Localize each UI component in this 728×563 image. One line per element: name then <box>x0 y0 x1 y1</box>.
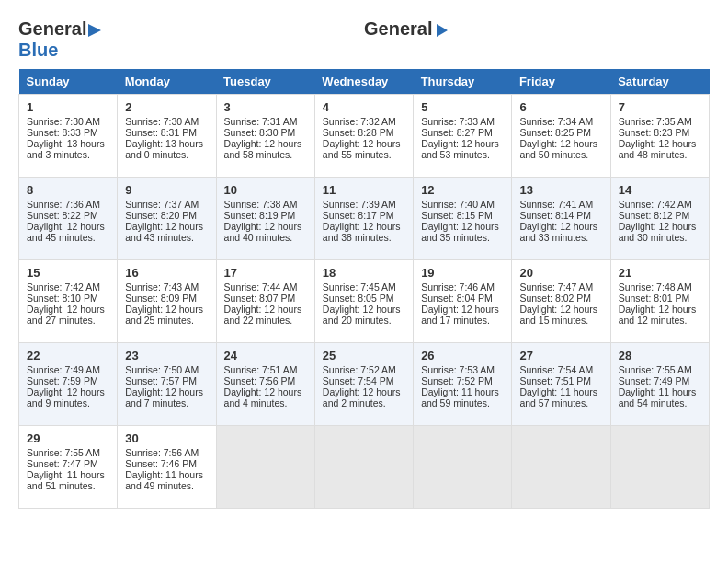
daylight: Daylight: 11 hours and 51 minutes. <box>27 469 105 491</box>
col-thursday: Thursday <box>414 69 512 95</box>
calendar-cell: 19Sunrise: 7:46 AMSunset: 8:04 PMDayligh… <box>414 259 512 342</box>
sunrise: Sunrise: 7:55 AM <box>619 364 692 375</box>
day-number: 4 <box>323 100 405 114</box>
day-number: 30 <box>125 431 208 445</box>
daylight: Daylight: 12 hours and 45 minutes. <box>27 221 105 243</box>
sunrise: Sunrise: 7:34 AM <box>519 116 593 127</box>
calendar-cell: 3Sunrise: 7:31 AMSunset: 8:30 PMDaylight… <box>216 94 314 177</box>
daylight: Daylight: 12 hours and 15 minutes. <box>519 304 597 326</box>
calendar-cell <box>512 425 610 508</box>
day-number: 14 <box>619 183 701 197</box>
sunrise: Sunrise: 7:48 AM <box>619 282 692 293</box>
calendar-row: 29Sunrise: 7:55 AMSunset: 7:47 PMDayligh… <box>19 425 710 508</box>
daylight: Daylight: 12 hours and 4 minutes. <box>224 386 302 408</box>
col-monday: Monday <box>118 69 216 95</box>
sunrise: Sunrise: 7:42 AM <box>619 199 692 210</box>
sunset: Sunset: 7:46 PM <box>125 458 197 469</box>
day-number: 9 <box>125 183 208 197</box>
day-number: 15 <box>27 266 109 280</box>
sunset: Sunset: 7:54 PM <box>323 375 394 386</box>
sunset: Sunset: 8:30 PM <box>224 127 296 138</box>
sunrise: Sunrise: 7:42 AM <box>27 282 100 293</box>
sunrise: Sunrise: 7:33 AM <box>421 116 495 127</box>
sunrise: Sunrise: 7:54 AM <box>519 364 593 375</box>
calendar-cell <box>610 425 709 508</box>
sunset: Sunset: 8:02 PM <box>519 293 591 304</box>
sunset: Sunset: 8:10 PM <box>27 293 98 304</box>
col-sunday: Sunday <box>19 69 118 95</box>
sunset: Sunset: 8:14 PM <box>519 210 591 221</box>
calendar-cell: 17Sunrise: 7:44 AMSunset: 8:07 PMDayligh… <box>216 259 314 342</box>
calendar-cell: 8Sunrise: 7:36 AMSunset: 8:22 PMDaylight… <box>19 177 118 259</box>
sunset: Sunset: 7:59 PM <box>27 375 98 386</box>
sunset: Sunset: 8:28 PM <box>323 127 394 138</box>
daylight: Daylight: 12 hours and 17 minutes. <box>421 304 499 326</box>
day-number: 3 <box>224 100 307 114</box>
sunset: Sunset: 7:57 PM <box>125 375 197 386</box>
daylight: Daylight: 12 hours and 43 minutes. <box>125 221 203 243</box>
daylight: Daylight: 12 hours and 27 minutes. <box>27 304 105 326</box>
day-number: 20 <box>519 266 602 280</box>
sunrise: Sunrise: 7:50 AM <box>125 364 199 375</box>
sunrise: Sunrise: 7:30 AM <box>27 116 100 127</box>
col-wednesday: Wednesday <box>314 69 413 95</box>
calendar-cell: 27Sunrise: 7:54 AMSunset: 7:51 PMDayligh… <box>512 342 610 425</box>
day-number: 21 <box>619 266 701 280</box>
logo-text-block: General <box>364 18 450 39</box>
daylight: Daylight: 11 hours and 54 minutes. <box>619 386 697 408</box>
day-number: 19 <box>421 266 504 280</box>
sunset: Sunset: 8:01 PM <box>619 293 690 304</box>
day-number: 1 <box>27 100 109 114</box>
day-number: 22 <box>27 349 109 362</box>
calendar-cell: 24Sunrise: 7:51 AMSunset: 7:56 PMDayligh… <box>216 342 314 425</box>
sunset: Sunset: 8:22 PM <box>27 210 98 221</box>
sunrise: Sunrise: 7:36 AM <box>27 199 100 210</box>
sunrise: Sunrise: 7:37 AM <box>125 199 199 210</box>
sunset: Sunset: 8:12 PM <box>619 210 690 221</box>
sunrise: Sunrise: 7:32 AM <box>323 116 396 127</box>
sunrise: Sunrise: 7:31 AM <box>224 116 298 127</box>
calendar-cell: 23Sunrise: 7:50 AMSunset: 7:57 PMDayligh… <box>118 342 216 425</box>
day-number: 26 <box>421 349 504 362</box>
calendar-cell: 4Sunrise: 7:32 AMSunset: 8:28 PMDaylight… <box>314 94 413 177</box>
day-number: 7 <box>619 100 701 114</box>
day-number: 2 <box>125 100 208 114</box>
sunset: Sunset: 8:31 PM <box>125 127 197 138</box>
day-number: 13 <box>519 183 602 197</box>
sunrise: Sunrise: 7:38 AM <box>224 199 298 210</box>
daylight: Daylight: 11 hours and 57 minutes. <box>519 386 597 408</box>
sunrise: Sunrise: 7:47 AM <box>519 282 593 293</box>
sunset: Sunset: 8:09 PM <box>125 293 197 304</box>
daylight: Daylight: 12 hours and 58 minutes. <box>224 138 302 160</box>
calendar-cell: 22Sunrise: 7:49 AMSunset: 7:59 PMDayligh… <box>19 342 118 425</box>
sunrise: Sunrise: 7:35 AM <box>619 116 692 127</box>
logo-name: General <box>364 18 450 39</box>
daylight: Daylight: 12 hours and 33 minutes. <box>519 221 597 243</box>
logo-general: General <box>18 18 105 40</box>
sunset: Sunset: 8:07 PM <box>224 293 296 304</box>
sunrise: Sunrise: 7:45 AM <box>323 282 396 293</box>
sunrise: Sunrise: 7:53 AM <box>421 364 495 375</box>
sunset: Sunset: 8:04 PM <box>421 293 493 304</box>
calendar-cell: 9Sunrise: 7:37 AMSunset: 8:20 PMDaylight… <box>118 177 216 259</box>
daylight: Daylight: 12 hours and 25 minutes. <box>125 304 203 326</box>
day-number: 23 <box>125 349 208 362</box>
calendar-cell: 14Sunrise: 7:42 AMSunset: 8:12 PMDayligh… <box>610 177 709 259</box>
daylight: Daylight: 12 hours and 9 minutes. <box>27 386 105 408</box>
day-number: 8 <box>27 183 109 197</box>
daylight: Daylight: 12 hours and 38 minutes. <box>323 221 401 243</box>
sunrise: Sunrise: 7:46 AM <box>421 282 495 293</box>
logo-blue: Blue <box>18 40 105 60</box>
calendar-cell <box>216 425 314 508</box>
col-tuesday: Tuesday <box>216 69 314 95</box>
daylight: Daylight: 12 hours and 53 minutes. <box>421 138 499 160</box>
daylight: Daylight: 12 hours and 30 minutes. <box>619 221 697 243</box>
sunset: Sunset: 8:33 PM <box>27 127 98 138</box>
calendar-cell: 25Sunrise: 7:52 AMSunset: 7:54 PMDayligh… <box>314 342 413 425</box>
logo-chevron-icon <box>433 22 449 39</box>
sunset: Sunset: 8:17 PM <box>323 210 394 221</box>
daylight: Daylight: 12 hours and 50 minutes. <box>519 138 597 160</box>
sunset: Sunset: 8:05 PM <box>323 293 394 304</box>
sunset: Sunset: 8:15 PM <box>421 210 493 221</box>
sunrise: Sunrise: 7:55 AM <box>27 447 100 458</box>
